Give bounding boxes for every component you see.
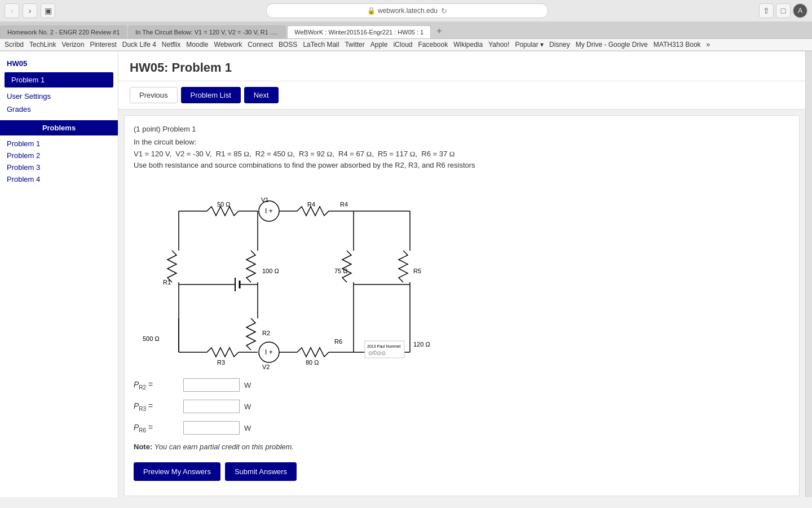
bookmark-latechmail[interactable]: LaTech Mail <box>303 41 339 49</box>
svg-text:2013 Paul Hummel: 2013 Paul Hummel <box>367 344 401 348</box>
answer-label-pr2: PR2 = <box>134 380 179 391</box>
bookmark-webwork[interactable]: Webwork <box>214 41 242 49</box>
svg-text:R4: R4 <box>340 201 348 208</box>
svg-text:500 Ω: 500 Ω <box>143 335 160 342</box>
bookmark-connect[interactable]: Connect <box>248 41 273 49</box>
bookmark-popular[interactable]: Popular ▾ <box>515 41 544 49</box>
answer-row-pr3: PR3 = W <box>134 400 790 413</box>
bookmark-mydrive[interactable]: My Drive - Google Drive <box>576 41 648 49</box>
bookmark-verizon[interactable]: Verizon <box>61 41 84 49</box>
answer-label-pr6: PR6 = <box>134 423 179 433</box>
svg-text:R3: R3 <box>217 359 225 366</box>
sidebar-grades[interactable]: Grades <box>0 103 118 116</box>
bookmark-ducklife[interactable]: Duck Life 4 <box>122 41 156 49</box>
sidebar-active-problem[interactable]: Problem 1 <box>5 72 113 87</box>
answer-row-pr6: PR6 = W <box>134 421 790 435</box>
bookmark-math313[interactable]: MATH313 Book <box>654 41 701 49</box>
svg-text:V2: V2 <box>262 364 270 369</box>
circuit-diagram: 50 Ω I + V1 R4 R1 <box>134 177 790 369</box>
problem-list-button[interactable]: Problem List <box>181 87 241 103</box>
svg-text:V1: V1 <box>261 196 268 203</box>
problem-task: Use both resistance and source combinati… <box>134 161 790 169</box>
tab-0[interactable]: Homework No. 2 - ENGR 220 Review #1 <box>0 25 127 38</box>
sidebar-problems-header: Problems <box>0 120 118 135</box>
note-section: Note: You can earn partial credit on thi… <box>134 443 790 451</box>
page-title: HW05: Problem 1 <box>118 51 805 81</box>
sidebar-problem-4[interactable]: Problem 4 <box>0 173 118 185</box>
svg-text:R4: R4 <box>307 201 315 208</box>
answer-unit-pr3: W <box>244 402 251 411</box>
svg-text:100 Ω: 100 Ω <box>262 268 279 274</box>
forward-button[interactable]: › <box>23 3 37 18</box>
new-tab-button[interactable]: + <box>432 24 446 38</box>
back-button[interactable]: ‹ <box>5 3 19 18</box>
svg-text:R2: R2 <box>262 330 270 336</box>
submit-answers-button[interactable]: Submit Answers <box>225 462 297 481</box>
sidebar-problem-2[interactable]: Problem 2 <box>0 150 118 161</box>
bookmark-yahoo[interactable]: Yahoo! <box>488 41 509 49</box>
bookmark-pinterest[interactable]: Pinterest <box>90 41 116 49</box>
answer-input-pr3[interactable] <box>183 400 240 413</box>
answer-row-pr2: PR2 = W <box>134 378 790 392</box>
tabs-bar: Homework No. 2 - ENGR 220 Review #1 In T… <box>0 21 812 39</box>
svg-text:120 Ω: 120 Ω <box>413 341 430 348</box>
answer-label-pr3: PR3 = <box>134 401 179 412</box>
problem-area: (1 point) Problem 1 In the circuit below… <box>124 115 800 496</box>
bookmark-netflix[interactable]: Netflix <box>162 41 180 49</box>
share-button[interactable]: ⇧ <box>759 3 774 18</box>
problem-description: In the circuit below: <box>134 138 790 146</box>
circuit-svg: 50 Ω I + V1 R4 R1 <box>134 177 433 369</box>
svg-text:R5: R5 <box>413 268 421 274</box>
tab-overview-button[interactable]: ▣ <box>41 3 55 18</box>
url-text: webwork.latech.edu <box>378 7 438 15</box>
answer-unit-pr2: W <box>244 381 251 389</box>
svg-text:75 Ω: 75 Ω <box>334 268 348 274</box>
bookmark-boss[interactable]: BOSS <box>279 41 297 49</box>
sidebar-hw-title[interactable]: HW05 <box>0 57 118 70</box>
tab-1[interactable]: In The Circuit Below: V1 = 120 V, V2 = -… <box>128 25 286 38</box>
scrollbar[interactable] <box>805 51 812 497</box>
preview-answers-button[interactable]: Preview My Answers <box>134 462 220 481</box>
sidebar-user-settings[interactable]: User Settings <box>0 90 118 103</box>
bookmark-scribd[interactable]: Scribd <box>5 41 24 49</box>
svg-text:R6: R6 <box>334 338 342 345</box>
bookmark-disney[interactable]: Disney <box>549 41 570 49</box>
svg-text:80 Ω: 80 Ω <box>306 359 319 366</box>
answer-input-pr6[interactable] <box>183 421 240 435</box>
problem-values: V1 = 120 V, V2 = -30 V, R1 = 85 Ω, R2 = … <box>134 150 790 159</box>
svg-text:I +: I + <box>265 207 273 215</box>
sidebar-problem-1[interactable]: Problem 1 <box>0 138 118 150</box>
bookmarks-bar: Scribd TechLink Verizon Pinterest Duck L… <box>0 39 812 51</box>
main-content: HW05: Problem 1 Previous Problem List Ne… <box>118 51 805 497</box>
nav-buttons: Previous Problem List Next <box>118 81 805 110</box>
bookmark-techlink[interactable]: TechLink <box>29 41 56 49</box>
bookmark-wikipedia[interactable]: Wikipedia <box>453 41 483 49</box>
svg-text:50 Ω: 50 Ω <box>217 201 231 208</box>
bookmark-more[interactable]: » <box>707 41 710 49</box>
submit-buttons: Preview My Answers Submit Answers <box>134 457 790 487</box>
tab-2[interactable]: WeBWorK : Winter201516-Engr221 : HW05 : … <box>287 25 431 38</box>
bookmark-facebook[interactable]: Facebook <box>418 41 448 49</box>
note-text: You can earn partial credit on this prob… <box>155 443 294 451</box>
bookmark-icloud[interactable]: iCloud <box>393 41 412 49</box>
svg-text:⊙©⊙⊙: ⊙©⊙⊙ <box>368 350 386 356</box>
problem-points: (1 point) Problem 1 <box>134 125 790 133</box>
sidebar: HW05 Problem 1 User Settings Grades Prob… <box>0 51 118 497</box>
bookmark-twitter[interactable]: Twitter <box>345 41 364 49</box>
previous-button[interactable]: Previous <box>130 87 178 103</box>
bookmark-moodle[interactable]: Moodle <box>186 41 208 49</box>
url-bar[interactable]: 🔒 webwork.latech.edu ↻ <box>266 3 548 18</box>
answer-input-pr2[interactable] <box>183 378 240 392</box>
sidebar-problem-3[interactable]: Problem 3 <box>0 161 118 173</box>
svg-text:I +: I + <box>265 348 273 356</box>
bookmark-apple[interactable]: Apple <box>370 41 388 49</box>
profile-button[interactable]: A <box>793 3 807 18</box>
note-label: Note: <box>134 443 152 451</box>
next-button[interactable]: Next <box>244 87 279 103</box>
answer-unit-pr6: W <box>244 424 251 432</box>
copy-button[interactable]: □ <box>776 3 791 18</box>
